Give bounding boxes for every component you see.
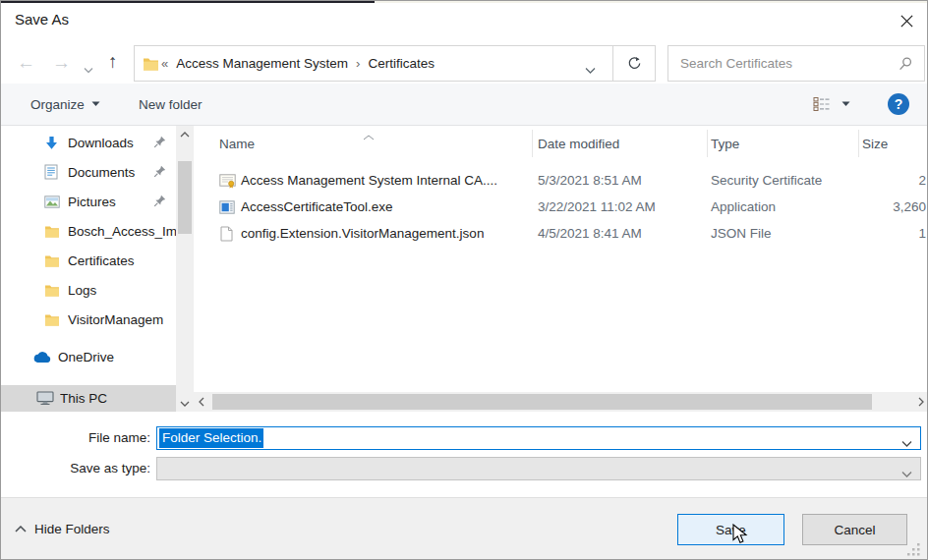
save-as-dialog: Save As ← → ↑ « Access Management System…: [0, 0, 928, 560]
sidebar-item-documents[interactable]: Documents: [1, 158, 176, 186]
save-button[interactable]: Save: [677, 514, 784, 545]
file-size: 3,260: [893, 199, 926, 214]
certificate-icon: [219, 174, 236, 189]
sidebar-scrollbar[interactable]: [176, 126, 194, 412]
save-as-type-select[interactable]: [156, 457, 921, 480]
sidebar-item-label: VisitorManagem: [68, 312, 176, 327]
column-header-date-modified[interactable]: Date modified: [538, 130, 619, 157]
sidebar-item-logs[interactable]: Logs: [1, 276, 176, 304]
sidebar-item-certificates[interactable]: Certificates: [1, 247, 176, 274]
file-name-dropdown-chevron-icon[interactable]: [901, 434, 912, 452]
up-icon[interactable]: ↑: [108, 52, 118, 71]
hide-folders-label: Hide Folders: [34, 522, 110, 536]
background-window-artifact-top-right: [375, 1, 928, 3]
sidebar-item-pictures[interactable]: Pictures: [1, 188, 176, 215]
address-bar[interactable]: « Access Management System › Certificate…: [134, 45, 656, 82]
chevron-up-icon: [15, 526, 27, 532]
breadcrumb-overflow[interactable]: «: [159, 56, 170, 71]
column-divider[interactable]: [532, 130, 533, 157]
recent-locations-chevron-icon[interactable]: [84, 60, 93, 78]
navigation-pane: Downloads Documents Pictures: [1, 126, 194, 412]
new-folder-label: New folder: [139, 97, 203, 112]
column-header-name[interactable]: Name: [219, 130, 255, 157]
folder-icon: [44, 254, 60, 267]
file-name: Access Management System Internal CA....: [241, 173, 497, 188]
breadcrumb-separator: ›: [354, 56, 362, 71]
save-as-type-label: Save as type:: [1, 461, 150, 476]
pictures-icon: [44, 196, 60, 208]
computer-icon: [36, 391, 54, 406]
file-type: JSON File: [711, 226, 772, 241]
close-icon: [900, 15, 913, 28]
address-dropdown-chevron-icon[interactable]: [585, 61, 596, 79]
dialog-footer: Hide Folders Save Cancel: [1, 497, 928, 560]
pin-icon: [153, 195, 166, 207]
sidebar-item-bosch-access[interactable]: Bosch_Access_Im: [1, 217, 176, 245]
pin-icon: [153, 165, 166, 178]
breadcrumb-segment[interactable]: Certificates: [362, 56, 440, 71]
search-input[interactable]: [668, 56, 899, 71]
file-size: 1: [918, 226, 926, 241]
file-row[interactable]: Access Management System Internal CA....…: [198, 168, 928, 195]
view-mode-button[interactable]: [813, 84, 831, 125]
search-icon[interactable]: [899, 57, 912, 71]
sidebar-item-label: OneDrive: [58, 350, 176, 364]
scroll-right-icon[interactable]: [913, 392, 928, 412]
column-divider[interactable]: [707, 130, 708, 157]
file-type: Application: [711, 199, 776, 214]
resize-grip[interactable]: [905, 541, 921, 557]
help-button[interactable]: ?: [888, 84, 909, 125]
breadcrumb-segment[interactable]: Access Management System: [170, 56, 354, 71]
view-mode-dropdown[interactable]: [841, 84, 850, 125]
file-date: 5/3/2021 8:51 AM: [538, 173, 642, 188]
forward-icon[interactable]: →: [52, 53, 71, 72]
sidebar-item-onedrive[interactable]: OneDrive: [1, 343, 176, 370]
file-name-input[interactable]: Folder Selection.: [156, 426, 921, 450]
file-type: Security Certificate: [711, 173, 822, 188]
file-name: AccessCertificateTool.exe: [241, 199, 393, 214]
folder-icon: [44, 313, 60, 326]
window-title: Save As: [15, 11, 69, 28]
folder-icon: [143, 57, 159, 71]
file-row[interactable]: AccessCertificateTool.exe 3/22/2021 11:0…: [198, 195, 928, 221]
sidebar-item-label: This PC: [60, 391, 176, 406]
chevron-down-icon: [841, 101, 850, 107]
scroll-down-icon[interactable]: [176, 395, 194, 412]
help-icon: ?: [888, 93, 909, 115]
sidebar-item-label: Logs: [68, 283, 176, 298]
new-folder-button[interactable]: New folder: [139, 84, 203, 125]
scroll-left-icon[interactable]: [194, 392, 209, 412]
save-button-label: Save: [716, 523, 746, 537]
scrollbar-thumb[interactable]: [178, 161, 192, 234]
cancel-button[interactable]: Cancel: [802, 514, 907, 545]
background-window-artifact-top: [1, 1, 375, 3]
column-header-type[interactable]: Type: [711, 130, 739, 157]
refresh-button[interactable]: [613, 46, 656, 81]
chevron-down-icon: [91, 101, 100, 107]
column-divider[interactable]: [858, 130, 859, 157]
save-as-type-chevron-icon[interactable]: [901, 465, 912, 482]
sidebar-item-downloads[interactable]: Downloads: [1, 129, 176, 156]
folder-icon: [44, 284, 60, 297]
pin-icon: [153, 136, 166, 148]
column-header-size[interactable]: Size: [862, 130, 888, 157]
search-box: [667, 45, 925, 82]
close-button[interactable]: [892, 7, 921, 34]
back-icon[interactable]: ←: [17, 53, 35, 72]
hide-folders-button[interactable]: Hide Folders: [15, 522, 110, 536]
sidebar-item-visitor-management[interactable]: VisitorManagem: [1, 306, 176, 333]
file-name-label: File name:: [1, 430, 150, 445]
refresh-icon: [627, 56, 642, 71]
sort-ascending-icon: [363, 127, 375, 144]
document-icon: [44, 164, 58, 180]
file-row[interactable]: config.Extension.VisitorManagement.json …: [198, 221, 928, 248]
file-date: 3/22/2021 11:02 AM: [538, 199, 656, 214]
sidebar-item-label: Bosch_Access_Im: [68, 224, 176, 239]
scroll-up-icon[interactable]: [176, 126, 194, 142]
file-name-value: Folder Selection.: [159, 428, 263, 448]
application-icon: [219, 200, 235, 214]
sidebar-item-this-pc[interactable]: This PC: [1, 385, 176, 412]
file-list-horizontal-scrollbar[interactable]: [194, 392, 928, 412]
scrollbar-thumb[interactable]: [212, 394, 872, 410]
organize-button[interactable]: Organize: [30, 84, 100, 125]
